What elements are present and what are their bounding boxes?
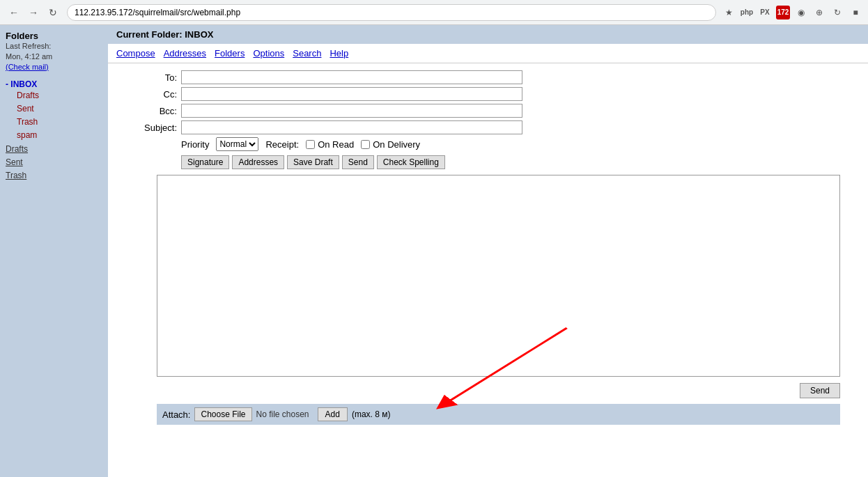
signature-button[interactable]: Signature <box>181 155 229 169</box>
address-bar[interactable] <box>67 4 716 21</box>
choose-file-button[interactable]: Choose File <box>194 407 251 421</box>
extension-icon-5[interactable]: ■ <box>848 6 862 19</box>
browser-chrome: ← → ↻ ★ php PX 172 ◉ ⊕ ↻ ■ <box>0 0 868 25</box>
priority-row: Priority Normal High Low Receipt: On Rea… <box>136 137 854 151</box>
nav-help[interactable]: Help <box>330 48 348 58</box>
add-button[interactable]: Add <box>318 407 348 421</box>
to-row: To: <box>136 70 854 84</box>
bcc-label: Bcc: <box>136 106 181 116</box>
compose-area: To: Cc: Bcc: Subject: Priority <box>108 63 868 432</box>
current-folder-label: Current Folder: <box>116 29 183 40</box>
save-draft-button[interactable]: Save Draft <box>287 155 339 169</box>
cc-row: Cc: <box>136 87 854 101</box>
attach-bar: Attach: Choose File No file chosen Add (… <box>157 404 840 425</box>
receipt-label: Receipt: <box>265 139 299 150</box>
on-delivery-group: On Delivery <box>361 139 420 150</box>
send-button[interactable]: Send <box>342 155 374 169</box>
sidebar-item-trash-indent[interactable]: Trash <box>17 116 102 129</box>
bookmark-icon[interactable]: ★ <box>722 6 736 19</box>
sidebar: Folders Last Refresh: Mon, 4:12 am (Chec… <box>0 25 108 477</box>
back-button[interactable]: ← <box>6 4 22 21</box>
sidebar-item-spam[interactable]: spam <box>17 129 102 142</box>
refresh-button[interactable]: ↻ <box>45 4 61 21</box>
php-badge: php <box>740 6 754 19</box>
extension-icon-2[interactable]: ◉ <box>794 6 808 19</box>
extension-icon-red[interactable]: 172 <box>776 6 790 19</box>
send-bottom-button[interactable]: Send <box>800 383 840 398</box>
message-section: Send Attach: Choose File No file chosen … <box>136 175 854 425</box>
message-area-wrapper <box>157 175 840 379</box>
browser-toolbar: ★ php PX 172 ◉ ⊕ ↻ ■ <box>722 6 862 19</box>
cc-input[interactable] <box>181 87 522 101</box>
no-file-chosen-text: No file chosen <box>256 409 309 419</box>
bcc-input[interactable] <box>181 104 522 118</box>
last-refresh-time: Mon, 4:12 am <box>6 52 52 61</box>
cc-label: Cc: <box>136 89 181 100</box>
forward-button[interactable]: → <box>25 4 42 21</box>
on-delivery-label: On Delivery <box>373 139 420 150</box>
on-delivery-checkbox[interactable] <box>361 140 370 149</box>
last-refresh-label: Last Refresh: Mon, 4:12 am <box>6 41 102 63</box>
on-read-group: On Read <box>306 139 354 150</box>
on-read-checkbox[interactable] <box>306 140 315 149</box>
sidebar-item-inbox[interactable]: - INBOX <box>6 79 102 89</box>
check-mail-link[interactable]: (Check mail) <box>6 63 102 71</box>
on-read-label: On Read <box>318 139 354 150</box>
header-bar: Current Folder: INBOX <box>108 25 868 44</box>
priority-select[interactable]: Normal High Low <box>216 137 258 151</box>
sidebar-indented-items: Drafts Sent Trash spam <box>6 89 102 143</box>
extension-icon-4[interactable]: ↻ <box>830 6 844 19</box>
nav-folders[interactable]: Folders <box>215 48 245 58</box>
sidebar-item-drafts-indent[interactable]: Drafts <box>17 89 102 102</box>
main-content: Current Folder: INBOX Compose Addresses … <box>108 25 868 477</box>
app-container: Folders Last Refresh: Mon, 4:12 am (Chec… <box>0 25 868 477</box>
subject-label: Subject: <box>136 123 181 133</box>
bcc-row: Bcc: <box>136 104 854 118</box>
message-textarea[interactable] <box>157 175 840 377</box>
sidebar-item-sent-indent[interactable]: Sent <box>17 102 102 116</box>
priority-label: Priority <box>181 139 209 150</box>
nav-addresses[interactable]: Addresses <box>164 48 206 58</box>
sidebar-item-sent[interactable]: Sent <box>6 156 102 169</box>
sidebar-item-trash[interactable]: Trash <box>6 169 102 182</box>
nav-links: Compose Addresses Folders Options Search… <box>108 44 868 63</box>
addresses-button[interactable]: Addresses <box>232 155 284 169</box>
current-folder-name: INBOX <box>185 29 213 40</box>
to-label: To: <box>136 72 181 83</box>
send-bottom-row: Send <box>136 383 840 398</box>
nav-buttons: ← → ↻ <box>6 4 61 21</box>
px-badge: PX <box>758 6 772 19</box>
nav-options[interactable]: Options <box>253 48 284 58</box>
max-size-label: (max. 8 м) <box>352 409 391 419</box>
attach-label: Attach: <box>162 409 190 420</box>
toolbar-row: Signature Addresses Save Draft Send Chec… <box>136 155 854 169</box>
nav-compose[interactable]: Compose <box>116 48 155 58</box>
sidebar-item-drafts[interactable]: Drafts <box>6 143 102 156</box>
subject-input[interactable] <box>181 120 522 134</box>
folders-title: Folders <box>6 31 102 41</box>
to-input[interactable] <box>181 70 522 84</box>
extension-icon-3[interactable]: ⊕ <box>812 6 826 19</box>
check-spelling-button[interactable]: Check Spelling <box>377 155 445 169</box>
nav-search[interactable]: Search <box>293 48 321 58</box>
subject-row: Subject: <box>136 120 854 134</box>
